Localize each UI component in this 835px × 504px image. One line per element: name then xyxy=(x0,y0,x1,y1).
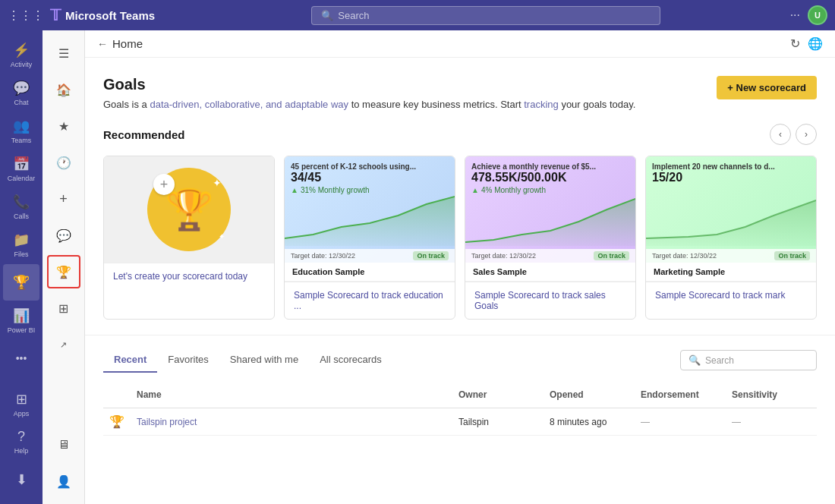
sidebar-item-download[interactable]: ⬇ xyxy=(3,461,39,498)
help-icon: ? xyxy=(17,429,25,445)
mkt-target: Target date: 12/30/22 xyxy=(652,252,717,260)
mkt-value: 15/20 xyxy=(652,171,810,184)
sales-chart-footer: Target date: 12/30/22 On track xyxy=(465,249,635,263)
tab-all[interactable]: All scorecards xyxy=(309,348,392,373)
row-sensitivity: — xyxy=(726,412,817,432)
sidebar-item-calendar[interactable]: 📅 Calendar xyxy=(3,150,39,187)
expand-icon: ↗ xyxy=(60,340,67,350)
icon-bar: ⚡ Activity 💬 Chat 👥 Teams 📅 Calendar 📞 C… xyxy=(0,30,43,504)
row-name[interactable]: Tailspin project xyxy=(131,412,452,432)
search-recent-icon: 🔍 xyxy=(688,354,701,366)
sidebar-item-chat[interactable]: 💬 Chat xyxy=(3,74,39,111)
mkt-card-image: Implement 20 new channels to d... 15/20 xyxy=(646,156,816,263)
sidebar-recent[interactable]: 🕐 xyxy=(47,146,80,179)
sidebar-item-teams[interactable]: 👥 Teams xyxy=(3,112,39,149)
edu-card-label: Sample Scorecard to track education ... xyxy=(285,282,455,319)
sales-status-badge: On track xyxy=(594,251,629,260)
search-input[interactable] xyxy=(338,10,651,21)
recommended-section: Recommended ‹ › + 🏆 ✦ ✦ xyxy=(85,124,835,335)
th-icon xyxy=(103,386,131,403)
sidebar-item-apps[interactable]: ⊞ Apps xyxy=(3,386,39,422)
tracking-link[interactable]: tracking xyxy=(524,99,559,110)
sidebar-item-more[interactable]: ••• xyxy=(3,340,39,376)
edu-value: 34/45 xyxy=(291,171,449,184)
sidebar-home[interactable]: 🏠 xyxy=(47,73,80,106)
more-options-icon[interactable]: ··· xyxy=(790,8,800,22)
person-icon: 👤 xyxy=(56,474,71,489)
title-bar-left: ⋮⋮⋮ 𝕋 Microsoft Teams xyxy=(0,6,182,24)
sidebar-item-activity[interactable]: ⚡ Activity xyxy=(3,36,39,73)
sales-card-title: Sales Sample xyxy=(465,263,635,282)
sales-target: Target date: 12/30/22 xyxy=(471,252,536,260)
search-box[interactable]: 🔍 xyxy=(311,6,660,25)
marketing-sample-card[interactable]: Implement 20 new channels to d... 15/20 xyxy=(645,156,817,320)
calendar-label: Calendar xyxy=(8,175,36,182)
recent-search-input[interactable] xyxy=(705,355,808,366)
cards-container: + 🏆 ✦ ✦ Let's create your scorecard toda… xyxy=(103,156,817,320)
scorecard-row-icon: 🏆 xyxy=(103,411,131,432)
create-card-image: + 🏆 ✦ ✦ xyxy=(104,156,274,263)
new-scorecard-button[interactable]: + New scorecard xyxy=(717,76,817,99)
recent-search-box[interactable]: 🔍 xyxy=(680,350,817,370)
sidebar-chat2[interactable]: 💬 xyxy=(47,219,80,252)
tab-shared[interactable]: Shared with me xyxy=(219,348,309,373)
sidebar-item-goals[interactable]: 🏆 xyxy=(3,264,39,301)
education-sample-card[interactable]: 45 percent of K-12 schools using... 34/4… xyxy=(284,156,455,320)
row-opened: 8 minutes ago xyxy=(544,412,635,432)
refresh-icon[interactable]: ↻ xyxy=(790,36,800,51)
hamburger-icon: ☰ xyxy=(58,46,69,61)
prev-button[interactable]: ‹ xyxy=(770,124,791,145)
grid-icon: ⊞ xyxy=(58,301,68,316)
tab-recent[interactable]: Recent xyxy=(103,348,157,373)
goals-icon: 🏆 xyxy=(13,274,30,291)
tab-favorites[interactable]: Favorites xyxy=(157,348,219,373)
th-endorsement: Endorsement xyxy=(635,386,726,403)
files-label: Files xyxy=(14,250,28,258)
nav-buttons: ‹ › xyxy=(770,124,817,145)
sales-sample-card[interactable]: Achieve a monthly revenue of $5... 478.5… xyxy=(465,156,636,320)
sidebar-add[interactable]: + xyxy=(47,182,80,216)
svg-marker-1 xyxy=(465,199,635,246)
avatar[interactable]: U xyxy=(808,5,827,25)
back-button[interactable]: ← xyxy=(97,38,108,50)
sidebar-item-help[interactable]: ? Help xyxy=(3,424,39,460)
table-row[interactable]: 🏆 Tailspin project Tailspin 8 minutes ag… xyxy=(103,408,817,436)
app-grid-icon[interactable]: ⋮⋮⋮ xyxy=(8,8,44,23)
sidebar-goals-active[interactable]: 🏆 xyxy=(47,255,80,288)
trophy-circle: + 🏆 ✦ ✦ xyxy=(147,168,231,251)
calls-icon: 📞 xyxy=(13,194,30,210)
sidebar-expand[interactable]: ↗ xyxy=(47,328,80,361)
search-icon: 🔍 xyxy=(321,10,333,21)
sidebar-item-calls[interactable]: 📞 Calls xyxy=(3,188,39,225)
next-button[interactable]: › xyxy=(796,124,817,145)
sidebar-item-powerbi[interactable]: 📊 Power BI xyxy=(3,302,39,339)
edu-card-title: Education Sample xyxy=(285,263,455,282)
calendar-icon: 📅 xyxy=(13,156,30,172)
apps-icon: ⊞ xyxy=(16,391,27,408)
goals-header: Goals Goals is a data-driven, collaborat… xyxy=(85,58,835,124)
sparkle1: ✦ xyxy=(213,177,222,189)
sidebar-item-files[interactable]: 📁 Files xyxy=(3,226,39,263)
edu-target: Target date: 12/30/22 xyxy=(291,252,355,260)
tabs: Recent Favorites Shared with me All scor… xyxy=(103,348,392,373)
sidebar-favorites[interactable]: ★ xyxy=(47,109,80,143)
edu-card-image: 45 percent of K-12 schools using... 34/4… xyxy=(285,156,455,263)
teams-logo-icon: 𝕋 xyxy=(50,6,61,24)
goals-trophy-icon: 🏆 xyxy=(56,265,71,279)
sidebar-monitor[interactable]: 🖥 xyxy=(47,428,80,461)
sidebar-hamburger[interactable]: ☰ xyxy=(47,36,80,70)
create-scorecard-card[interactable]: + 🏆 ✦ ✦ Let's create your scorecard toda… xyxy=(103,156,275,320)
goals-description: Goals is a data-driven, collaborative, a… xyxy=(103,98,635,112)
sidebar-grid[interactable]: ⊞ xyxy=(47,291,80,325)
sidebar-person[interactable]: 👤 xyxy=(47,465,80,498)
trophy-icon: 🏆 xyxy=(165,187,214,233)
mkt-status-badge: On track xyxy=(774,251,810,260)
chat-icon: 💬 xyxy=(13,80,30,96)
breadcrumb-title: Home xyxy=(112,37,143,50)
globe-icon[interactable]: 🌐 xyxy=(808,36,823,51)
calls-label: Calls xyxy=(14,213,29,220)
teams-label: Teams xyxy=(11,137,32,144)
data-driven-link[interactable]: data-driven, collaborative, and adaptabl… xyxy=(150,99,348,110)
star-icon: ★ xyxy=(58,119,69,134)
mkt-card-label: Sample Scorecard to track mark xyxy=(646,282,816,308)
